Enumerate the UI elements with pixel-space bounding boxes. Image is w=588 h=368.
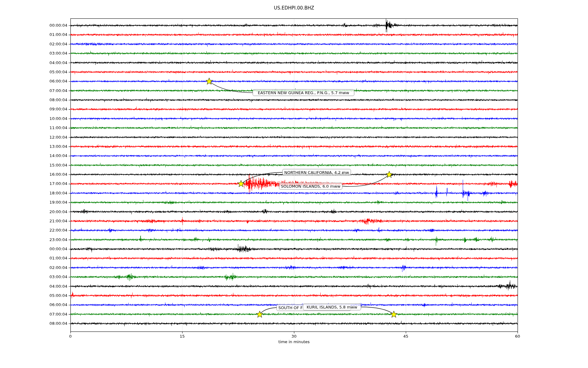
event-star-eastern-new-guinea xyxy=(205,78,213,85)
chart-title: US.EDHPI.00.BHZ xyxy=(0,5,588,11)
row-time-label: 16:00:04 xyxy=(43,172,67,177)
row-time-label: 00:00:04 xyxy=(43,23,67,28)
row-time-label: 07:00:04 xyxy=(43,312,67,317)
row-time-label: 22:00:04 xyxy=(43,228,67,233)
annotation-box-eastern-new-guinea: EASTERN NEW GUINEA REG., P.N.G., 5.7 mww xyxy=(253,89,354,96)
x-tick-label: 15 xyxy=(173,334,191,339)
row-time-label: 07:00:04 xyxy=(43,88,67,93)
row-time-label: 01:00:04 xyxy=(43,256,67,261)
row-time-label: 06:00:04 xyxy=(43,79,67,84)
x-tick-label: 0 xyxy=(61,334,80,339)
row-time-label: 01:00:04 xyxy=(43,32,67,37)
row-time-label: 09:00:04 xyxy=(43,107,67,112)
event-star-south-of-f xyxy=(256,311,263,318)
row-time-label: 21:00:04 xyxy=(43,219,67,224)
row-time-label: 04:00:04 xyxy=(43,60,67,65)
event-star-kuril-islands xyxy=(390,311,398,318)
row-time-label: 13:00:04 xyxy=(43,144,67,149)
row-time-label: 14:00:04 xyxy=(43,153,67,158)
row-time-label: 00:00:04 xyxy=(43,247,67,251)
x-axis-label: time in minutes xyxy=(0,339,588,344)
row-time-label: 08:00:04 xyxy=(43,321,67,326)
annotation-box-kuril-islands: KURIL ISLANDS, 5.8 mww xyxy=(303,304,361,310)
row-time-label: 03:00:04 xyxy=(43,274,67,279)
annotation-box-northern-california: NORTHERN CALIFORNIA, 4.2 mw xyxy=(282,169,351,176)
event-star-solomon-islands xyxy=(386,171,393,178)
x-tick-label: 45 xyxy=(397,334,415,339)
x-tick-label: 60 xyxy=(508,334,527,339)
row-time-label: 06:00:04 xyxy=(43,302,67,307)
row-time-label: 04:00:04 xyxy=(43,284,67,289)
row-time-label: 15:00:04 xyxy=(43,163,67,168)
row-time-label: 20:00:04 xyxy=(43,209,67,214)
row-time-label: 05:00:04 xyxy=(43,70,67,75)
row-time-label: 12:00:04 xyxy=(43,135,67,140)
row-time-label: 19:00:04 xyxy=(43,200,67,205)
row-time-label: 02:00:04 xyxy=(43,42,67,47)
row-time-label: 05:00:04 xyxy=(43,293,67,298)
row-time-label: 17:00:04 xyxy=(43,181,67,186)
row-time-label: 03:00:04 xyxy=(43,51,67,56)
row-time-label: 10:00:04 xyxy=(43,116,67,121)
event-star-northern-california xyxy=(237,180,245,187)
row-time-label: 02:00:04 xyxy=(43,265,67,270)
seismogram-figure: US.EDHPI.00.BHZ 00:00:0401:00:0402:00:04… xyxy=(0,0,588,368)
row-time-label: 18:00:04 xyxy=(43,191,67,196)
annotation-box-solomon-islands: SOLOMON ISLANDS, 6.0 mww xyxy=(279,183,342,190)
row-time-label: 11:00:04 xyxy=(43,125,67,130)
x-tick-label: 30 xyxy=(285,334,303,339)
row-time-label: 08:00:04 xyxy=(43,98,67,102)
row-time-label: 23:00:04 xyxy=(43,237,67,242)
